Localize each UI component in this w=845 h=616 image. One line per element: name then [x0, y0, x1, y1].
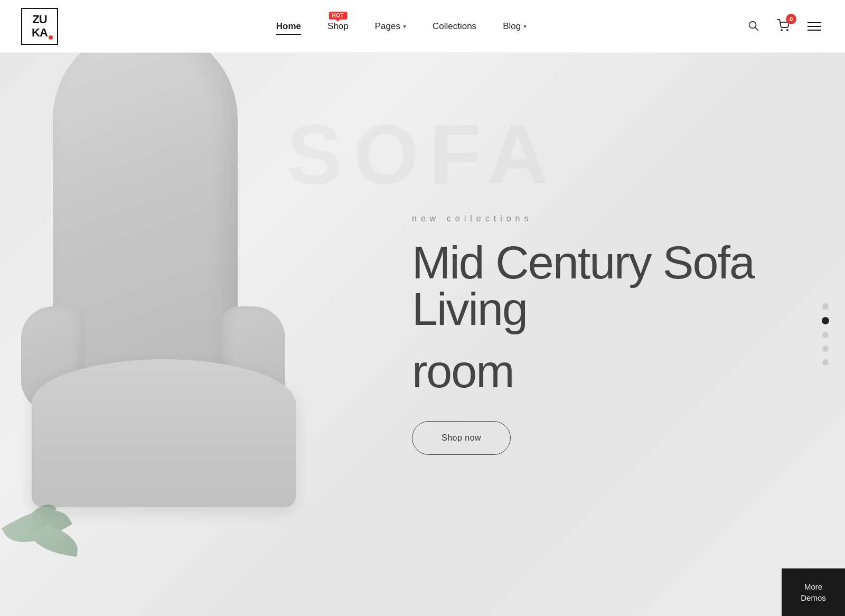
nav-item-blog[interactable]: Blog ▾ — [503, 21, 527, 32]
slider-dot-4[interactable] — [822, 346, 829, 352]
nav-item-blog-label: Blog — [503, 21, 521, 32]
logo[interactable]: ZU KA — [21, 8, 58, 45]
hero-title-line2: room — [412, 348, 782, 395]
header-actions: 0 — [745, 16, 824, 36]
nav-item-home[interactable]: Home — [276, 21, 301, 32]
svg-point-2 — [781, 30, 782, 31]
logo-box: ZU KA — [21, 8, 58, 45]
more-demos-button[interactable]: MoreDemos — [782, 568, 845, 616]
slider-dots — [822, 303, 829, 366]
chevron-down-icon: ▾ — [403, 23, 406, 30]
header: ZU KA Home HOT Shop Pages ▾ Collections … — [0, 0, 845, 53]
main-nav: Home HOT Shop Pages ▾ Collections Blog ▾ — [276, 21, 527, 32]
slider-dot-1[interactable] — [822, 303, 829, 310]
hero-title-line1: Mid Century Sofa Living — [412, 239, 782, 332]
nav-item-pages[interactable]: Pages ▾ — [375, 21, 406, 32]
hamburger-menu-button[interactable] — [805, 20, 824, 33]
nav-item-pages-label: Pages — [375, 21, 400, 32]
slider-dot-2[interactable] — [822, 317, 829, 324]
nav-item-shop[interactable]: HOT Shop — [327, 21, 349, 32]
slider-dot-3[interactable] — [822, 332, 829, 338]
nav-item-collections[interactable]: Collections — [433, 21, 476, 32]
hot-badge: HOT — [329, 12, 348, 20]
hero-content: new collections Mid Century Sofa Living … — [412, 214, 782, 455]
svg-point-3 — [787, 30, 788, 31]
svg-line-1 — [755, 27, 758, 30]
shop-now-button[interactable]: Shop now — [412, 421, 511, 455]
plant-decoration — [0, 468, 106, 574]
chevron-down-icon-blog: ▾ — [523, 23, 527, 30]
chair-visual — [0, 53, 359, 616]
more-demos-label: MoreDemos — [801, 582, 826, 602]
menu-bar-1 — [808, 22, 821, 23]
slider-dot-5[interactable] — [822, 359, 829, 366]
cart-button[interactable]: 0 — [774, 16, 792, 36]
nav-item-shop-label: Shop — [327, 21, 349, 31]
menu-bar-2 — [808, 26, 821, 27]
cart-badge: 0 — [786, 14, 796, 24]
logo-text-line1: ZU — [32, 13, 46, 26]
logo-text-line2: KA — [32, 26, 48, 39]
menu-bar-3 — [808, 30, 821, 31]
hero-section: SOFA new collections Mid Century Sofa Li… — [0, 53, 845, 616]
hero-subtitle: new collections — [412, 214, 782, 223]
logo-dot — [49, 35, 53, 40]
search-button[interactable] — [745, 17, 762, 35]
